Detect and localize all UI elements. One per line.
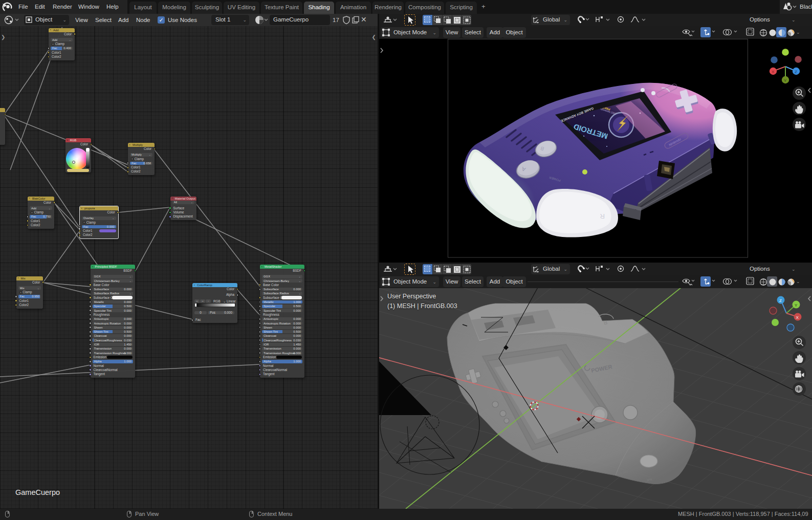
svg-text:Z: Z	[779, 298, 782, 303]
svg-text:X: X	[772, 70, 775, 74]
svg-text:Y: Y	[784, 78, 787, 83]
svg-text:Y: Y	[795, 303, 798, 308]
svg-text:X: X	[796, 315, 799, 320]
svg-text:R: R	[600, 212, 605, 220]
svg-text:Z: Z	[795, 70, 797, 74]
